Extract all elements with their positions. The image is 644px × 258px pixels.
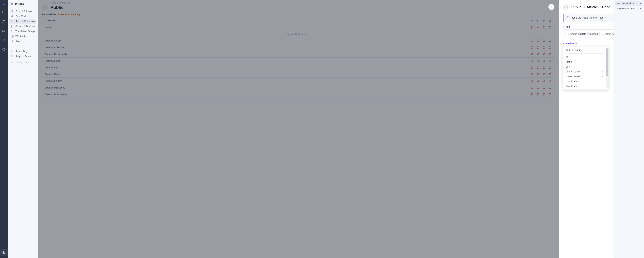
perm-delete[interactable] bbox=[548, 53, 552, 56]
nav-roles-permissions[interactable]: Roles & Permissions bbox=[9, 19, 36, 24]
perm-read[interactable] bbox=[536, 26, 540, 29]
chevron-right-icon bbox=[602, 80, 603, 83]
dd-and-or-group[interactable]: And / Or group bbox=[564, 47, 605, 52]
status-dot-icon bbox=[640, 8, 641, 9]
perm-update[interactable] bbox=[542, 79, 546, 83]
dd-item[interactable]: Date Created bbox=[564, 74, 605, 79]
tab-field-permissions[interactable]: Field Permissions bbox=[615, 6, 643, 11]
perm-read[interactable] bbox=[536, 73, 540, 76]
perm-read[interactable] bbox=[536, 39, 540, 42]
app-name: Directus bbox=[15, 2, 24, 5]
svg-rect-6 bbox=[11, 15, 13, 17]
close-button[interactable] bbox=[548, 4, 554, 10]
perm-delete[interactable] bbox=[548, 59, 552, 63]
column-collection: Collection bbox=[45, 19, 530, 22]
perm-update[interactable] bbox=[542, 53, 546, 56]
svg-point-8 bbox=[12, 51, 13, 52]
nav-flows[interactable]: Flows bbox=[9, 39, 36, 44]
svg-point-3 bbox=[4, 50, 4, 50]
header-read-icon bbox=[536, 19, 540, 22]
settings-nav: Directus Project Settings Data Model Rol… bbox=[8, 0, 38, 258]
nav-request-feature[interactable]: Request Feature bbox=[9, 54, 36, 59]
info-icon bbox=[566, 16, 570, 19]
perm-create[interactable] bbox=[530, 26, 534, 29]
table-row: Directus Folders bbox=[42, 77, 554, 84]
rail-files[interactable] bbox=[0, 27, 8, 34]
table-row-article: Article bbox=[42, 24, 554, 31]
perm-create[interactable] bbox=[530, 93, 534, 96]
perm-update[interactable] bbox=[542, 59, 546, 63]
tab-item-permissions[interactable]: Item Permissions bbox=[615, 1, 643, 6]
perm-read[interactable] bbox=[536, 66, 540, 69]
nav-header: Directus bbox=[8, 0, 38, 8]
dd-item[interactable]: User Updated bbox=[564, 79, 605, 84]
perm-create[interactable] bbox=[530, 46, 534, 49]
perm-create[interactable] bbox=[530, 79, 534, 83]
perm-create[interactable] bbox=[530, 59, 534, 63]
perm-update[interactable] bbox=[542, 93, 546, 96]
drag-handle-icon[interactable]: ⠿ bbox=[567, 33, 569, 35]
perm-delete[interactable] bbox=[548, 79, 552, 83]
rail-settings[interactable] bbox=[0, 249, 8, 256]
add-filter-button[interactable]: Add Filter bbox=[563, 42, 577, 45]
perm-delete[interactable] bbox=[548, 93, 552, 96]
bookmark-icon bbox=[10, 2, 14, 5]
perm-read[interactable] bbox=[536, 79, 540, 83]
nav-project-settings[interactable]: Project Settings bbox=[9, 9, 36, 14]
perm-delete[interactable] bbox=[548, 86, 552, 89]
dd-item[interactable]: User Created bbox=[564, 69, 605, 74]
table-row: Directus Dashboards bbox=[42, 51, 554, 57]
table-row: Directus Flows bbox=[42, 71, 554, 77]
table-row: Directus Activity bbox=[42, 37, 554, 44]
perm-delete[interactable] bbox=[548, 26, 552, 29]
perm-delete[interactable] bbox=[548, 39, 552, 42]
table-row: Directus Notifications bbox=[42, 91, 554, 98]
perm-read[interactable] bbox=[536, 93, 540, 96]
perm-create[interactable] bbox=[530, 86, 534, 89]
perm-create[interactable] bbox=[530, 39, 534, 42]
perm-delete[interactable] bbox=[548, 46, 552, 49]
drag-handle-icon[interactable]: ⠿ bbox=[602, 33, 603, 35]
perm-update[interactable] bbox=[542, 86, 546, 89]
svg-point-9 bbox=[12, 56, 13, 57]
status-dot-icon bbox=[640, 3, 641, 4]
dd-item[interactable]: ID bbox=[564, 55, 605, 59]
dd-item[interactable]: Date Updated bbox=[564, 84, 605, 89]
perm-update[interactable] bbox=[542, 39, 546, 42]
nav-translation[interactable]: Translation Strings bbox=[9, 29, 36, 34]
perm-create[interactable] bbox=[530, 53, 534, 56]
nav-report-bug[interactable]: Report Bug bbox=[9, 49, 36, 54]
perm-update[interactable] bbox=[542, 46, 546, 49]
perm-read[interactable] bbox=[536, 46, 540, 49]
perm-delete[interactable] bbox=[548, 73, 552, 76]
rail-docs[interactable] bbox=[0, 46, 8, 53]
perm-create[interactable] bbox=[530, 66, 534, 69]
cube-icon bbox=[563, 4, 569, 10]
permissions-table: Collection Article bbox=[42, 17, 554, 98]
rule-chip[interactable]: ⠿StatusEqualsPublished bbox=[566, 32, 600, 36]
breadcrumb[interactable]: Roles & Permissions bbox=[50, 2, 554, 4]
dd-item[interactable]: Status bbox=[564, 59, 605, 64]
rail-insights[interactable] bbox=[0, 36, 8, 44]
perm-update[interactable] bbox=[542, 66, 546, 69]
version-label: Directus 9.14.1 bbox=[8, 60, 38, 65]
nav-webhooks[interactable]: Webhooks bbox=[9, 34, 36, 39]
rail-users[interactable] bbox=[0, 18, 8, 25]
dd-item[interactable]: Sort bbox=[564, 64, 605, 69]
perm-read[interactable] bbox=[536, 86, 540, 89]
permissions-heading: Permissions Saves Automatically bbox=[42, 13, 554, 16]
rail-content[interactable] bbox=[0, 8, 8, 16]
perm-read[interactable] bbox=[536, 53, 540, 56]
nav-data-model[interactable]: Data Model bbox=[9, 14, 36, 19]
perm-create[interactable] bbox=[530, 73, 534, 76]
system-collections-toggle[interactable]: System Collections bbox=[42, 31, 554, 37]
nav-presets[interactable]: Presets & Bookmar... bbox=[9, 24, 36, 29]
perm-delete[interactable] bbox=[548, 66, 552, 69]
perm-update[interactable] bbox=[542, 73, 546, 76]
perm-update[interactable] bbox=[542, 26, 546, 29]
dropdown-scrollbar[interactable]: ▼ bbox=[606, 48, 608, 88]
back-button[interactable] bbox=[42, 4, 48, 10]
table-row: Directus Files bbox=[42, 64, 554, 71]
perm-read[interactable] bbox=[536, 59, 540, 63]
chevron-right-icon bbox=[602, 70, 603, 73]
